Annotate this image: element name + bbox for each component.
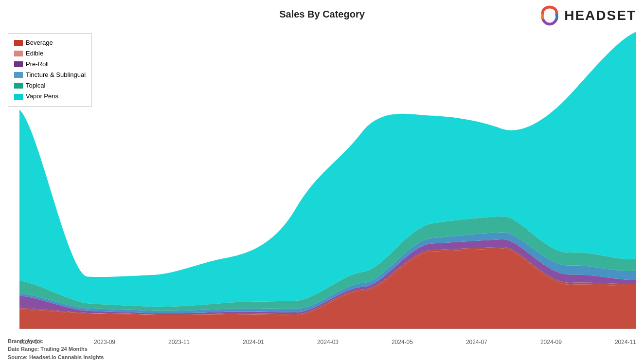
footer-source-value: Headset.io Cannabis Insights (29, 354, 104, 360)
footer-date-range: Date Range: Trailing 24 Months (8, 345, 104, 353)
x-label-2: 2023-11 (168, 339, 190, 346)
chart-svg (19, 29, 636, 329)
header-logo: HEADSET (538, 4, 636, 27)
x-label-3: 2024-01 (243, 339, 264, 346)
chart-title: Sales By Category (279, 9, 365, 20)
x-label-7: 2024-09 (540, 339, 562, 346)
x-label-5: 2024-05 (392, 339, 413, 346)
logo-text: HEADSET (564, 8, 636, 23)
footer-brand: Brand: Ayrloc (8, 337, 104, 346)
footer-date-range-value: Trailing 24 Months (40, 346, 88, 352)
footer-source-label: Source: (8, 354, 28, 360)
footer-date-range-label: Date Range: (8, 346, 39, 352)
footer-source: Source: Headset.io Cannabis Insights (8, 353, 104, 362)
chart-svg-area (19, 29, 636, 329)
x-label-8: 2024-11 (615, 339, 636, 346)
x-axis-labels: 2023-07 2023-09 2023-11 2024-01 2024-03 … (19, 339, 636, 346)
footer-brand-value: Ayrloc (27, 338, 43, 344)
headset-logo-icon (538, 4, 561, 27)
chart-container: HEADSET Sales By Category Beverage Edibl… (0, 0, 644, 364)
footer-info: Brand: Ayrloc Date Range: Trailing 24 Mo… (8, 337, 104, 362)
footer-brand-label: Brand: (8, 338, 25, 344)
x-label-4: 2024-03 (317, 339, 339, 346)
x-label-6: 2024-07 (466, 339, 487, 346)
